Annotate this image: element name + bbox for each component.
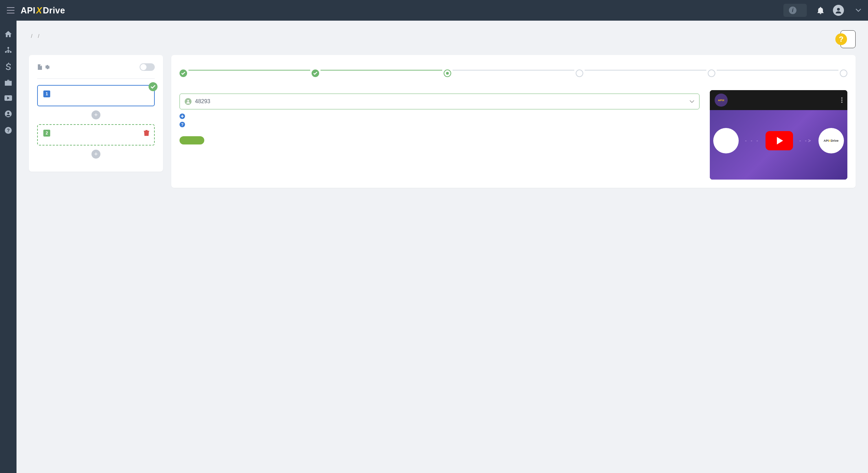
bell-icon[interactable] — [817, 7, 824, 14]
svg-point-0 — [837, 8, 840, 11]
top-bar: APIXDrive i — [0, 0, 868, 21]
user-avatar-icon[interactable] — [833, 5, 844, 16]
hamburger-icon[interactable] — [7, 7, 14, 13]
info-icon: i — [789, 7, 796, 14]
actions-counter[interactable]: i — [783, 4, 807, 17]
chevron-down-icon[interactable] — [856, 9, 861, 12]
logo[interactable]: APIXDrive — [21, 6, 65, 15]
